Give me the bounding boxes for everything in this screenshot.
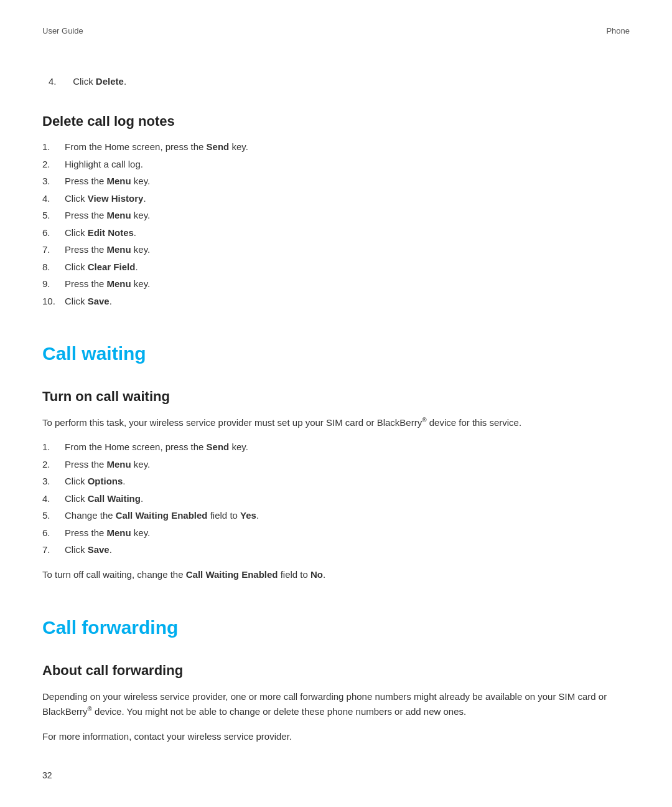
call-forwarding-section: Call forwarding About call forwarding De…	[42, 613, 630, 744]
list-item: 1. From the Home screen, press the Send …	[42, 440, 630, 455]
list-item: 4. Click Call Waiting.	[42, 492, 630, 506]
list-text: Click Edit Notes.	[65, 226, 630, 240]
list-num: 5.	[42, 509, 65, 523]
list-num: 2.	[42, 458, 65, 472]
list-text: Press the Menu key.	[65, 174, 630, 189]
list-text: Press the Menu key.	[65, 209, 630, 223]
page-number: 32	[42, 769, 52, 782]
list-text: Press the Menu key.	[65, 458, 630, 472]
list-num: 5.	[42, 209, 65, 223]
header-left: User Guide	[42, 25, 83, 37]
step-4-text: Click Delete.	[65, 76, 126, 87]
list-num: 1.	[42, 440, 65, 455]
call-waiting-chapter-heading: Call waiting	[42, 339, 630, 367]
turn-on-call-waiting-heading: Turn on call waiting	[42, 386, 630, 407]
page-header: User Guide Phone	[42, 25, 630, 37]
list-item: 8. Click Clear Field.	[42, 260, 630, 275]
list-num: 10.	[42, 295, 65, 309]
list-item: 10. Click Save.	[42, 295, 630, 309]
list-text: Click Call Waiting.	[65, 492, 630, 506]
list-num: 2.	[42, 158, 65, 172]
list-item: 2. Press the Menu key.	[42, 458, 630, 472]
call-forwarding-chapter-heading: Call forwarding	[42, 613, 630, 641]
list-text: Press the Menu key.	[65, 526, 630, 540]
list-item: 6. Click Edit Notes.	[42, 226, 630, 240]
call-waiting-turn-off-note: To turn off call waiting, change the Cal…	[42, 567, 630, 582]
step-4-number: 4.	[49, 76, 57, 87]
list-num: 6.	[42, 526, 65, 540]
list-num: 6.	[42, 226, 65, 240]
list-text: Click Save.	[65, 295, 630, 309]
about-call-forwarding-heading: About call forwarding	[42, 660, 630, 681]
page: User Guide Phone 4. Click Delete. Delete…	[0, 0, 672, 807]
list-num: 7.	[42, 243, 65, 257]
list-item: 6. Press the Menu key.	[42, 526, 630, 540]
list-text: Click Save.	[65, 543, 630, 557]
list-text: From the Home screen, press the Send key…	[65, 140, 630, 154]
list-item: 3. Press the Menu key.	[42, 174, 630, 189]
delete-call-log-notes-list: 1. From the Home screen, press the Send …	[42, 140, 630, 308]
list-num: 3.	[42, 174, 65, 189]
list-item: 5. Press the Menu key.	[42, 209, 630, 223]
list-text: Click View History.	[65, 192, 630, 206]
list-num: 3.	[42, 474, 65, 489]
list-item: 9. Press the Menu key.	[42, 277, 630, 291]
list-num: 9.	[42, 277, 65, 291]
delete-call-log-notes-heading: Delete call log notes	[42, 111, 630, 131]
list-num: 1.	[42, 140, 65, 154]
call-waiting-section: Call waiting Turn on call waiting To per…	[42, 339, 630, 582]
call-waiting-steps-list: 1. From the Home screen, press the Send …	[42, 440, 630, 557]
list-item: 4. Click View History.	[42, 192, 630, 206]
list-text: Press the Menu key.	[65, 277, 630, 291]
step-4-delete: 4. Click Delete.	[42, 75, 630, 89]
list-text: From the Home screen, press the Send key…	[65, 440, 630, 455]
list-item: 7. Click Save.	[42, 543, 630, 557]
call-forwarding-body2: For more information, contact your wirel…	[42, 729, 630, 744]
list-item: 7. Press the Menu key.	[42, 243, 630, 257]
delete-call-log-notes-section: Delete call log notes 1. From the Home s…	[42, 111, 630, 308]
list-text: Click Clear Field.	[65, 260, 630, 275]
list-text: Click Options.	[65, 474, 630, 489]
list-text: Highlight a call log.	[65, 158, 630, 172]
list-item: 3. Click Options.	[42, 474, 630, 489]
list-num: 8.	[42, 260, 65, 275]
list-item: 5. Change the Call Waiting Enabled field…	[42, 509, 630, 523]
call-forwarding-body1: Depending on your wireless service provi…	[42, 689, 630, 719]
list-num: 4.	[42, 492, 65, 506]
list-num: 7.	[42, 543, 65, 557]
list-item: 2. Highlight a call log.	[42, 158, 630, 172]
call-waiting-prerequisite: To perform this task, your wireless serv…	[42, 415, 630, 430]
list-text: Change the Call Waiting Enabled field to…	[65, 509, 630, 523]
list-item: 1. From the Home screen, press the Send …	[42, 140, 630, 154]
header-right: Phone	[606, 25, 630, 37]
list-num: 4.	[42, 192, 65, 206]
list-text: Press the Menu key.	[65, 243, 630, 257]
